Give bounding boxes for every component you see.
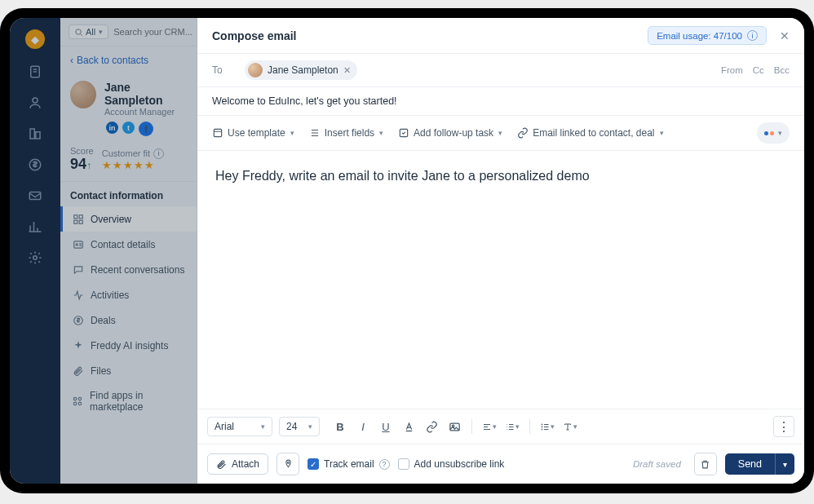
insert-fields-button[interactable]: Insert fields▾ <box>309 127 383 139</box>
avatar[interactable] <box>70 81 96 108</box>
use-template-button[interactable]: Use template▾ <box>212 127 294 139</box>
org-icon[interactable] <box>27 126 43 142</box>
body-text: Hey Freddy, write an email to invite Jan… <box>215 169 590 183</box>
report-icon[interactable] <box>27 219 43 235</box>
attach-button[interactable]: Attach <box>207 453 268 475</box>
email-usage-badge[interactable]: Email usage: 47/100 i <box>648 26 767 45</box>
sidebar-item-marketplace[interactable]: Find apps in marketplace <box>60 383 197 419</box>
sidebar-item-details[interactable]: Contact details <box>60 232 197 257</box>
bold-button[interactable]: B <box>333 419 347 434</box>
sidebar-item-freddy[interactable]: Freddy AI insights <box>60 333 197 358</box>
sidebar-item-label: Freddy AI insights <box>91 340 168 351</box>
compose-footer: Attach ✓ Track email ? Add unsubscribe l… <box>197 444 804 484</box>
linkedin-icon[interactable]: in <box>106 122 118 134</box>
contact-icon[interactable] <box>27 95 43 111</box>
send-dropdown-button[interactable]: ▾ <box>775 453 794 475</box>
sidebar-item-label: Contact details <box>91 239 155 250</box>
chevron-down-icon: ▾ <box>308 422 312 431</box>
track-email-toggle[interactable]: ✓ Track email ? <box>307 458 390 470</box>
align-button[interactable]: ▾ <box>482 419 497 434</box>
close-button[interactable]: ✕ <box>780 29 790 42</box>
trend-up-icon: ↑ <box>86 160 91 171</box>
bullet-list-button[interactable]: ▾ <box>540 419 555 434</box>
svg-rect-19 <box>214 129 221 136</box>
chevron-down-icon: ▾ <box>493 422 497 431</box>
svg-point-1 <box>33 98 38 103</box>
settings-icon[interactable] <box>27 250 43 266</box>
font-family-select[interactable]: Arial▾ <box>207 417 272 436</box>
chevron-down-icon: ▾ <box>99 28 103 36</box>
cc-link[interactable]: Cc <box>753 65 764 75</box>
contact-header: Jane Sampleton Account Manager <box>60 74 197 118</box>
more-format-button[interactable]: ⋮ <box>773 416 794 437</box>
ai-assist-button[interactable]: ▾ <box>757 122 790 144</box>
chevron-down-icon: ▾ <box>515 422 520 431</box>
checkbox-checked-icon: ✓ <box>307 458 319 470</box>
dollar-icon <box>72 314 84 326</box>
delete-draft-button[interactable] <box>694 453 717 475</box>
sidebar-item-label: Overview <box>91 214 131 225</box>
info-icon: i <box>747 30 758 41</box>
fit-stars: ★★★★★ <box>102 159 164 171</box>
sidebar-item-label: Find apps in marketplace <box>90 390 185 413</box>
svg-point-6 <box>33 256 38 260</box>
doc-icon[interactable] <box>27 64 43 80</box>
app-logo-icon[interactable]: ◆ <box>25 29 45 49</box>
font-size-value: 24 <box>286 421 297 432</box>
send-button[interactable]: Send <box>725 453 775 475</box>
subject-text: Welcome to EduInc, let's get you started… <box>212 95 397 107</box>
sidebar-item-recent[interactable]: Recent conversations <box>60 257 197 282</box>
send-label: Send <box>738 458 762 470</box>
avatar <box>248 63 263 77</box>
backlink-label: Back to contacts <box>77 55 148 66</box>
ordered-list-button[interactable]: ▾ <box>505 419 520 434</box>
search-row: All ▾ <box>60 18 197 46</box>
image-button[interactable] <box>447 419 462 434</box>
twitter-icon[interactable]: t <box>122 122 135 134</box>
sidebar-item-label: Activities <box>91 290 129 301</box>
text-style-button[interactable]: ▾ <box>563 419 577 434</box>
from-link[interactable]: From <box>721 65 743 75</box>
svg-rect-2 <box>30 129 34 139</box>
mail-icon[interactable] <box>27 188 43 204</box>
facebook-icon[interactable]: f <box>139 122 153 136</box>
search-filter[interactable]: All ▾ <box>69 24 108 39</box>
paperclip-icon <box>72 365 84 377</box>
help-icon[interactable]: ? <box>379 459 390 470</box>
sidebar-item-overview[interactable]: Overview <box>60 206 197 232</box>
remove-chip-icon[interactable]: ✕ <box>343 65 351 76</box>
svg-point-15 <box>73 397 77 400</box>
info-icon[interactable]: i <box>153 148 164 159</box>
unsubscribe-label: Add unsubscribe link <box>414 458 505 470</box>
sidebar-item-files[interactable]: Files <box>60 358 197 383</box>
font-size-select[interactable]: 24▾ <box>279 417 320 436</box>
sparkle-icon <box>72 339 84 351</box>
recipient-chip[interactable]: Jane Sampleton ✕ <box>245 60 357 80</box>
linked-label: Email linked to contact, deal <box>533 127 654 139</box>
svg-rect-11 <box>79 220 82 223</box>
back-to-contacts-link[interactable]: ‹ Back to contacts <box>60 46 197 74</box>
subject-input[interactable]: Welcome to EduInc, let's get you started… <box>197 87 804 116</box>
chevron-down-icon: ▾ <box>261 422 265 431</box>
email-body-editor[interactable]: Hey Freddy, write an email to invite Jan… <box>197 151 804 409</box>
deal-icon[interactable] <box>27 157 43 173</box>
track-label: Track email <box>324 458 374 470</box>
underline-button[interactable]: U <box>378 419 393 434</box>
linked-entities-button[interactable]: Email linked to contact, deal▾ <box>517 127 663 139</box>
unsubscribe-toggle[interactable]: Add unsubscribe link <box>398 458 505 470</box>
italic-button[interactable]: I <box>356 419 370 434</box>
insert-availability-button[interactable] <box>276 453 299 475</box>
text-color-button[interactable] <box>401 419 416 434</box>
recipient-name: Jane Sampleton <box>268 64 338 76</box>
svg-point-18 <box>78 402 82 405</box>
sidebar-item-activities[interactable]: Activities <box>60 282 197 307</box>
chevron-down-icon: ▾ <box>778 129 782 137</box>
link-button[interactable] <box>424 419 439 434</box>
svg-rect-5 <box>29 192 41 200</box>
score-value: 94 <box>70 156 86 172</box>
add-followup-button[interactable]: Add follow-up task▾ <box>398 127 502 139</box>
chevron-down-icon: ▾ <box>290 129 294 137</box>
sidebar-item-deals[interactable]: Deals <box>60 307 197 333</box>
bcc-link[interactable]: Bcc <box>774 65 790 75</box>
compose-header: Compose email Email usage: 47/100 i ✕ <box>197 18 804 53</box>
